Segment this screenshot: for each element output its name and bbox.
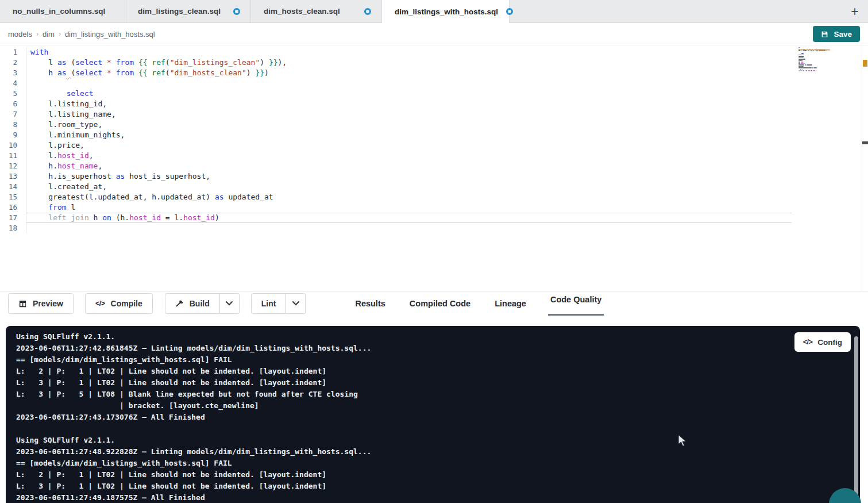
breadcrumb: models › dim › dim_listings_with_hosts.s… xyxy=(8,30,155,39)
overview-ruler[interactable] xyxy=(862,45,868,291)
tab-code-quality[interactable]: Code Quality xyxy=(548,291,604,316)
file-tab[interactable]: dim_listings_with_hosts.sql xyxy=(382,0,510,23)
terminal-scrollbar[interactable] xyxy=(854,336,858,501)
terminal-line: 2023-06-06T11:27:48.922828Z — Linting mo… xyxy=(16,446,860,458)
terminal-line: Using SQLFluff v2.1.1. xyxy=(16,435,860,446)
code-text: from l xyxy=(26,202,792,213)
file-tab[interactable]: no_nulls_in_columns.sql xyxy=(0,0,125,22)
code-text xyxy=(26,223,792,233)
lint-button[interactable]: Lint xyxy=(251,293,287,314)
line-number: 5 xyxy=(0,89,26,99)
file-tab-bar: no_nulls_in_columns.sqldim_listings_clea… xyxy=(0,0,868,23)
code-line[interactable]: 11 l.host_id, xyxy=(0,151,868,161)
tab-results[interactable]: Results xyxy=(353,291,387,316)
line-number: 8 xyxy=(0,120,26,130)
line-number: 18 xyxy=(0,223,26,233)
file-tab[interactable]: dim_listings_clean.sql xyxy=(125,0,251,22)
code-line[interactable]: 3 h as (select * from {{ ref("dim_hosts_… xyxy=(0,68,868,78)
terminal-line: | bracket. [layout.cte_newline] xyxy=(16,400,860,412)
chevron-down-icon xyxy=(226,301,233,306)
compile-button[interactable]: </> Compile xyxy=(85,293,153,314)
save-button[interactable]: Save xyxy=(813,26,860,42)
code-text: left join h on (h.host_id = l.host_id) xyxy=(26,213,792,223)
code-line[interactable]: 18 xyxy=(0,223,868,233)
line-number: 13 xyxy=(0,171,26,182)
code-text: l.created_at, xyxy=(26,182,792,192)
code-line[interactable]: 16 from l xyxy=(0,202,868,213)
build-button[interactable]: Build xyxy=(165,293,220,314)
tab-lineage[interactable]: Lineage xyxy=(492,291,528,316)
terminal-line: L: 3 | P: 1 | LT02 | Line should not be … xyxy=(16,481,860,492)
terminal-line: L: 3 | P: 1 | LT02 | Line should not be … xyxy=(16,377,860,389)
code-line[interactable]: 5 select xyxy=(0,89,868,99)
file-tab-label: dim_listings_clean.sql xyxy=(138,7,221,16)
terminal-line: Using SQLFluff v2.1.1. xyxy=(16,331,860,343)
build-dropdown-button[interactable] xyxy=(220,293,240,314)
code-line[interactable]: 15 greatest(l.updated_at, h.updated_at) … xyxy=(0,192,868,202)
code-line[interactable]: 13 h.is_superhost as host_is_superhost, xyxy=(0,171,868,182)
code-editor[interactable]: 1with2 l as (select * from {{ ref("dim_l… xyxy=(0,45,868,291)
minimap[interactable] xyxy=(798,47,830,74)
line-number: 6 xyxy=(0,99,26,109)
code-brackets-icon: </> xyxy=(803,338,813,346)
line-number: 12 xyxy=(0,161,26,171)
code-text: with xyxy=(26,47,792,57)
build-label: Build xyxy=(190,299,210,308)
code-line[interactable]: 14 l.created_at, xyxy=(0,182,868,192)
breadcrumb-item-dim[interactable]: dim xyxy=(43,30,55,39)
line-number: 10 xyxy=(0,140,26,151)
terminal-line: L: 2 | P: 1 | LT02 | Line should not be … xyxy=(16,469,860,481)
panel-tabs: Results Compiled Code Lineage Code Quali… xyxy=(333,291,604,316)
line-number: 7 xyxy=(0,109,26,120)
code-line[interactable]: 2 l as (select * from {{ ref("dim_listin… xyxy=(0,57,868,68)
lint-output-terminal: Using SQLFluff v2.1.1.2023-06-06T11:27:4… xyxy=(6,326,860,503)
breadcrumb-item-models[interactable]: models xyxy=(8,30,32,39)
breadcrumb-item-file: dim_listings_with_hosts.sql xyxy=(65,30,155,39)
code-text: l.listing_id, xyxy=(26,99,792,109)
code-line[interactable]: 7 l.listing_name, xyxy=(0,109,868,120)
preview-button[interactable]: Preview xyxy=(8,293,74,314)
code-text: l.price, xyxy=(26,140,792,151)
new-tab-button[interactable]: + xyxy=(845,0,865,23)
config-label: Config xyxy=(817,338,842,347)
code-line[interactable]: 9 l.minimum_nights, xyxy=(0,130,868,140)
line-number: 3 xyxy=(0,68,26,78)
code-line[interactable]: 10 l.price, xyxy=(0,140,868,151)
cursor-marker xyxy=(862,141,868,144)
save-label: Save xyxy=(834,30,852,39)
terminal-line xyxy=(16,423,860,435)
line-number: 9 xyxy=(0,130,26,140)
line-number: 14 xyxy=(0,182,26,192)
code-line[interactable]: 1with xyxy=(0,47,868,57)
terminal-line: L: 3 | P: 5 | LT08 | Blank line expected… xyxy=(16,389,860,400)
code-line[interactable]: 4 xyxy=(0,78,868,89)
terminal-line: 2023-06-06T11:27:49.187575Z — All Finish… xyxy=(16,492,860,503)
lint-dropdown-button[interactable] xyxy=(286,293,306,314)
code-text: greatest(l.updated_at, h.updated_at) as … xyxy=(26,192,792,202)
code-text: l.host_id, xyxy=(26,151,792,161)
line-number: 1 xyxy=(0,47,26,57)
terminal-line: 2023-06-06T11:27:43.173076Z — All Finish… xyxy=(16,412,860,423)
line-number: 16 xyxy=(0,202,26,213)
tab-compiled-code[interactable]: Compiled Code xyxy=(407,291,473,316)
code-text: l.listing_name, xyxy=(26,109,792,120)
file-tab[interactable]: dim_hosts_clean.sql xyxy=(251,0,382,22)
code-line[interactable]: 8 l.room_type, xyxy=(0,120,868,130)
code-text: l.room_type, xyxy=(26,120,792,130)
terminal-line: L: 2 | P: 1 | LT02 | Line should not be … xyxy=(16,366,860,377)
config-button[interactable]: </> Config xyxy=(794,332,851,352)
line-number: 17 xyxy=(0,213,26,223)
code-text: l.minimum_nights, xyxy=(26,130,792,140)
chevron-right-icon: › xyxy=(59,30,61,38)
code-line[interactable]: 6 l.listing_id, xyxy=(0,99,868,109)
code-content[interactable]: 1with2 l as (select * from {{ ref("dim_l… xyxy=(0,45,868,233)
file-tab-label: no_nulls_in_columns.sql xyxy=(13,7,105,16)
code-line[interactable]: 12 h.host_name, xyxy=(0,161,868,171)
terminal-line: 2023-06-06T11:27:42.861845Z — Linting mo… xyxy=(16,343,860,354)
code-line[interactable]: 17 left join h on (h.host_id = l.host_id… xyxy=(0,213,868,223)
code-brackets-icon: </> xyxy=(95,300,105,308)
code-text: select xyxy=(26,89,792,99)
line-number: 4 xyxy=(0,78,26,89)
terminal-output[interactable]: Using SQLFluff v2.1.1.2023-06-06T11:27:4… xyxy=(6,326,860,503)
plus-icon: + xyxy=(851,4,858,20)
